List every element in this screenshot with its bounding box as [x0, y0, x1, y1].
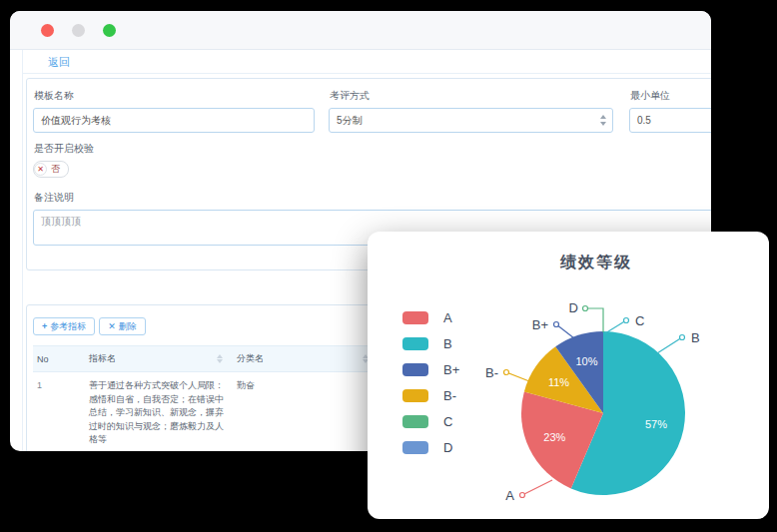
remark-label: 备注说明 — [34, 191, 711, 205]
callout-label: D — [569, 300, 578, 315]
column-header-indicator[interactable]: 指标名 — [85, 346, 233, 372]
evaluation-method-label: 考评方式 — [330, 89, 613, 103]
minimize-button[interactable] — [72, 24, 85, 37]
maximize-button[interactable] — [103, 24, 116, 37]
validation-toggle[interactable]: ✕ 否 — [33, 161, 69, 178]
callout-label: A — [505, 488, 514, 503]
delete-button[interactable]: ✕ 删除 — [99, 317, 146, 335]
template-name-label: 模板名称 — [34, 89, 315, 103]
callout-line — [506, 372, 529, 381]
slice-percent-label: 10% — [575, 355, 597, 367]
cell-no: 1 — [33, 372, 85, 452]
validation-toggle-label: 是否开启校验 — [34, 142, 711, 156]
window-titlebar — [10, 11, 711, 50]
performance-chart-card: 绩效等级 ABB+B-CD 57%23%11%10%DCBB+B-A — [368, 232, 769, 519]
toggle-off-icon: ✕ — [34, 163, 47, 176]
slice-percent-label: 57% — [645, 418, 667, 430]
back-link[interactable]: 返回 — [48, 56, 70, 68]
callout-line — [522, 480, 552, 495]
slice-percent-label: 23% — [543, 431, 565, 443]
callout-line — [605, 320, 626, 333]
toggle-state-label: 否 — [51, 163, 60, 176]
min-unit-label: 最小单位 — [630, 89, 711, 103]
plus-icon: + — [42, 321, 47, 331]
back-bar: 返回 — [23, 50, 711, 74]
min-unit-input[interactable] — [629, 108, 711, 133]
cell-indicator: 善于通过各种方式突破个人局限：感悟和自省，自我否定；在错误中总结，学习新知识、新… — [85, 372, 233, 452]
callout-line — [585, 308, 603, 332]
screenshot-canvas: { "window": { "back_link": "返回", "traffi… — [0, 0, 777, 532]
callout-line — [556, 324, 574, 338]
callout-line — [657, 337, 682, 353]
callout-label: B+ — [532, 317, 548, 332]
callout-dot-icon — [624, 318, 629, 323]
callout-label: B- — [485, 365, 498, 380]
evaluation-method-select[interactable] — [329, 108, 613, 133]
form-field-row: 模板名称 考评方式 最小单位 — [33, 87, 711, 133]
callout-dot-icon — [583, 306, 588, 311]
callout-dot-icon — [504, 370, 509, 375]
column-header-no: No — [33, 346, 85, 372]
cell-category: 勤奋 — [233, 372, 379, 452]
callout-dot-icon — [554, 322, 559, 327]
callout-label: B — [691, 330, 700, 345]
template-name-input[interactable] — [33, 108, 315, 133]
sort-icon[interactable] — [217, 354, 223, 363]
select-spinner-icon — [599, 115, 606, 126]
pie-chart: 57%23%11%10%DCBB+B-A — [368, 232, 769, 519]
slice-percent-label: 11% — [548, 376, 569, 388]
callout-label: C — [635, 313, 644, 328]
callout-dot-icon — [680, 335, 685, 340]
column-header-category[interactable]: 分类名 — [233, 346, 379, 372]
callout-dot-icon — [520, 493, 525, 498]
add-indicator-button[interactable]: + 参考指标 — [33, 317, 95, 335]
delete-icon: ✕ — [108, 321, 116, 331]
close-button[interactable] — [41, 24, 54, 37]
